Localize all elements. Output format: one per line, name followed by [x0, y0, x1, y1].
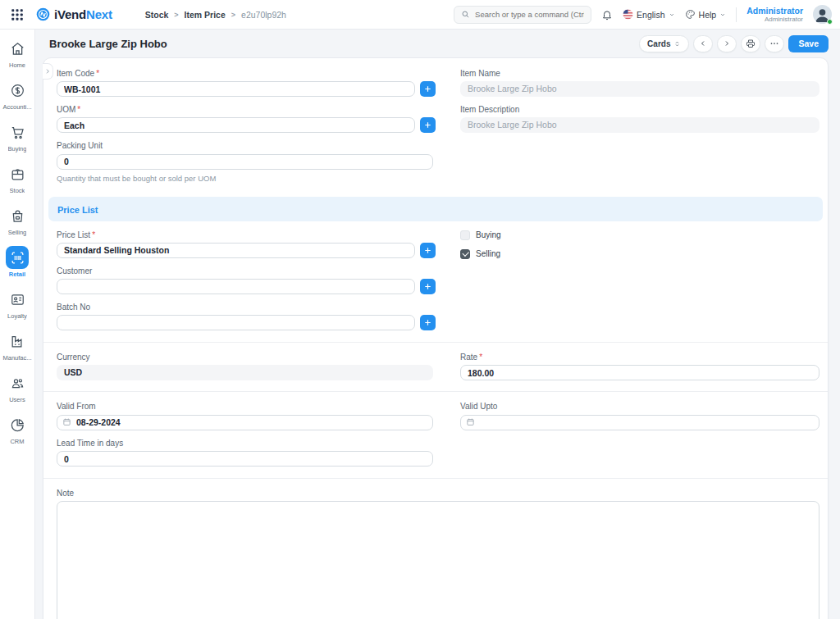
customer-input[interactable] — [57, 279, 415, 294]
ellipsis-icon — [769, 39, 779, 48]
search-input[interactable] — [475, 10, 584, 19]
notifications-bell-icon[interactable] — [601, 9, 613, 20]
view-selector-button[interactable]: Cards — [639, 35, 689, 52]
sidebar-item-users[interactable]: Users — [0, 371, 35, 403]
price-list-section-header[interactable]: Price List — [48, 197, 823, 221]
selling-checkbox-field[interactable]: Selling — [460, 249, 819, 259]
uom-field: UOM* — [57, 105, 446, 133]
page-title: Brooke Large Zip Hobo — [49, 38, 167, 50]
chevron-down-icon — [719, 11, 726, 18]
print-button[interactable] — [741, 35, 760, 52]
more-actions-button[interactable] — [765, 35, 784, 52]
breadcrumb-item-price[interactable]: Item Price — [185, 10, 226, 20]
packing-unit-help: Quantity that must be bought or sold per… — [57, 174, 446, 183]
sidebar-item-stock[interactable]: Stock — [0, 162, 35, 194]
app-launcher-grid-icon[interactable] — [10, 7, 25, 22]
language-selector[interactable]: English — [623, 9, 674, 20]
buying-cart-icon — [6, 121, 29, 143]
breadcrumb: Stock > Item Price > e2u70lp92h — [145, 10, 286, 20]
accounting-icon — [6, 79, 29, 102]
new-uom-plus-button[interactable] — [420, 117, 436, 133]
item-description-field: Item Description Brooke Large Zip Hobo — [460, 105, 819, 133]
new-customer-plus-button[interactable] — [420, 279, 436, 294]
sort-arrows-icon — [673, 40, 681, 48]
logo-mark-icon — [36, 7, 50, 21]
valid-from-input[interactable] — [57, 415, 433, 430]
sidebar-item-crm[interactable]: CRM — [0, 413, 35, 445]
users-icon — [6, 371, 29, 394]
buying-checkbox[interactable] — [460, 230, 470, 240]
previous-record-button[interactable] — [693, 35, 713, 52]
page-toolbar: Cards Save — [639, 35, 829, 52]
batch-no-input[interactable] — [57, 315, 415, 330]
item-name-value: Brooke Large Zip Hobo — [460, 81, 819, 97]
new-item-plus-button[interactable] — [420, 81, 436, 97]
packing-unit-input[interactable] — [57, 154, 433, 170]
batch-no-field: Batch No — [57, 303, 446, 330]
selling-checkbox[interactable] — [460, 249, 470, 259]
sidebar-expand-toggle[interactable] — [43, 63, 53, 80]
sidebar-item-label: Manufac... — [2, 354, 31, 362]
online-status-dot — [827, 19, 833, 25]
plus-icon — [423, 282, 432, 291]
chevron-right-icon — [723, 39, 731, 48]
top-navbar: iVendNext Stock > Item Price > e2u70lp92… — [0, 0, 840, 30]
note-field: Note — [57, 489, 819, 619]
buying-checkbox-field[interactable]: Buying — [460, 230, 819, 240]
sidebar-item-label: Users — [9, 396, 25, 403]
sidebar: HomeAccounti...BuyingStockSellingRetailL… — [0, 30, 35, 619]
item-description-value: Brooke Large Zip Hobo — [460, 117, 819, 133]
sidebar-item-label: Home — [9, 61, 25, 69]
new-price-list-plus-button[interactable] — [420, 243, 436, 258]
search-icon — [461, 10, 470, 19]
manufacturing-icon — [6, 330, 29, 353]
uom-input[interactable] — [57, 117, 415, 133]
ivendnext-logo[interactable]: iVendNext — [36, 7, 112, 21]
valid-from-field: Valid From — [57, 402, 446, 430]
chevron-left-icon — [699, 39, 707, 48]
sidebar-item-label: Selling — [8, 229, 27, 236]
next-record-button[interactable] — [717, 35, 737, 52]
sidebar-item-accounti[interactable]: Accounti... — [0, 79, 35, 111]
valid-upto-input[interactable] — [460, 415, 819, 430]
new-batch-plus-button[interactable] — [420, 315, 436, 330]
sidebar-item-retail[interactable]: Retail — [0, 246, 35, 278]
lead-time-input[interactable] — [57, 451, 433, 467]
lead-time-field: Lead Time in days — [57, 439, 446, 467]
global-search[interactable] — [454, 6, 591, 24]
packing-unit-field: Packing Unit Quantity that must be bough… — [57, 141, 446, 183]
breadcrumb-record-id: e2u70lp92h — [241, 10, 286, 20]
main-content: Brooke Large Zip Hobo Cards Save — [35, 30, 840, 619]
valid-upto-field: Valid Upto — [460, 402, 819, 430]
price-list-field: Price List* — [57, 230, 446, 258]
sidebar-item-label: Retail — [9, 271, 25, 278]
plus-icon — [423, 84, 432, 93]
chevron-right-icon — [44, 68, 51, 75]
home-icon — [6, 37, 29, 60]
rate-input[interactable] — [460, 365, 819, 380]
sidebar-item-home[interactable]: Home — [0, 37, 35, 69]
sidebar-item-label: Loyalty — [7, 312, 27, 320]
item-code-field: Item Code* — [57, 69, 446, 97]
sidebar-item-loyalty[interactable]: Loyalty — [0, 288, 35, 320]
price-list-input[interactable] — [57, 243, 415, 258]
note-textarea[interactable] — [57, 501, 819, 619]
user-avatar[interactable] — [813, 5, 832, 24]
plus-icon — [423, 318, 432, 327]
sidebar-item-selling[interactable]: Selling — [0, 204, 35, 236]
item-name-field: Item Name Brooke Large Zip Hobo — [460, 69, 819, 97]
breadcrumb-stock[interactable]: Stock — [145, 10, 169, 20]
sidebar-item-buying[interactable]: Buying — [0, 121, 35, 152]
rate-field: Rate* — [460, 353, 819, 381]
sidebar-item-label: Buying — [8, 145, 27, 152]
sidebar-item-manufac[interactable]: Manufac... — [0, 330, 35, 362]
currency-field: Currency USD — [57, 353, 446, 380]
sidebar-item-label: Stock — [10, 187, 25, 194]
user-menu[interactable]: Administrator Administrator — [746, 6, 803, 23]
plus-icon — [423, 246, 432, 255]
save-button[interactable]: Save — [788, 35, 829, 52]
selling-bag-icon — [6, 204, 29, 227]
help-menu[interactable]: Help — [685, 9, 727, 20]
printer-icon — [746, 39, 756, 48]
item-code-input[interactable] — [57, 81, 415, 97]
